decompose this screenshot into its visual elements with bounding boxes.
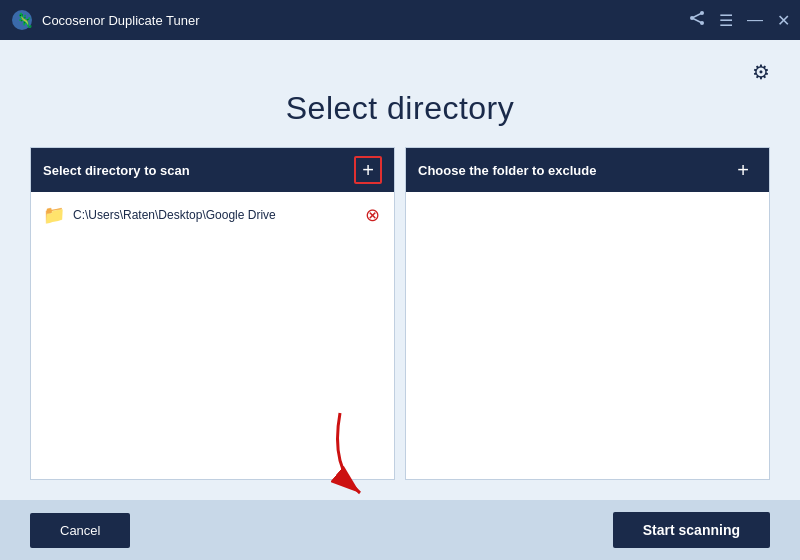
gear-row: ⚙ bbox=[30, 60, 770, 84]
app-logo: 🦎 bbox=[10, 8, 34, 32]
cancel-button[interactable]: Cancel bbox=[30, 513, 130, 548]
main-content: ⚙ Select directory Select directory to s… bbox=[0, 40, 800, 500]
page-title: Select directory bbox=[30, 90, 770, 127]
scan-folder-item: 📁 C:\Users\Raten\Desktop\Google Drive ⊗ bbox=[39, 200, 386, 230]
add-exclude-folder-button[interactable]: + bbox=[729, 156, 757, 184]
titlebar: 🦎 Cocosenor Duplicate Tuner ☰ — ✕ bbox=[0, 0, 800, 40]
window-controls: ☰ — ✕ bbox=[689, 10, 790, 30]
scan-panel-header: Select directory to scan + bbox=[31, 148, 394, 192]
scan-panel: Select directory to scan + 📁 C:\Users\Ra… bbox=[30, 147, 395, 480]
scan-panel-title: Select directory to scan bbox=[43, 163, 190, 178]
share-icon[interactable] bbox=[689, 10, 705, 30]
panels-container: Select directory to scan + 📁 C:\Users\Ra… bbox=[30, 147, 770, 480]
start-scanning-button[interactable]: Start scanning bbox=[613, 512, 770, 548]
bottom-bar: Cancel Start scanning bbox=[0, 500, 800, 560]
exclude-panel-title: Choose the folder to exclude bbox=[418, 163, 596, 178]
folder-icon: 📁 bbox=[43, 204, 65, 226]
exclude-panel-header: Choose the folder to exclude + bbox=[406, 148, 769, 192]
add-scan-folder-button[interactable]: + bbox=[354, 156, 382, 184]
app-title: Cocosenor Duplicate Tuner bbox=[42, 13, 689, 28]
menu-icon[interactable]: ☰ bbox=[719, 11, 733, 30]
svg-line-6 bbox=[692, 18, 702, 23]
settings-button[interactable]: ⚙ bbox=[752, 60, 770, 84]
scan-folder-path: C:\Users\Raten\Desktop\Google Drive bbox=[73, 208, 355, 222]
svg-text:🦎: 🦎 bbox=[16, 12, 34, 29]
close-icon[interactable]: ✕ bbox=[777, 11, 790, 30]
svg-line-5 bbox=[692, 13, 702, 18]
exclude-panel-content bbox=[406, 192, 769, 479]
exclude-panel: Choose the folder to exclude + bbox=[405, 147, 770, 480]
remove-scan-folder-button[interactable]: ⊗ bbox=[363, 206, 382, 224]
scan-panel-content: 📁 C:\Users\Raten\Desktop\Google Drive ⊗ bbox=[31, 192, 394, 479]
minimize-icon[interactable]: — bbox=[747, 11, 763, 29]
